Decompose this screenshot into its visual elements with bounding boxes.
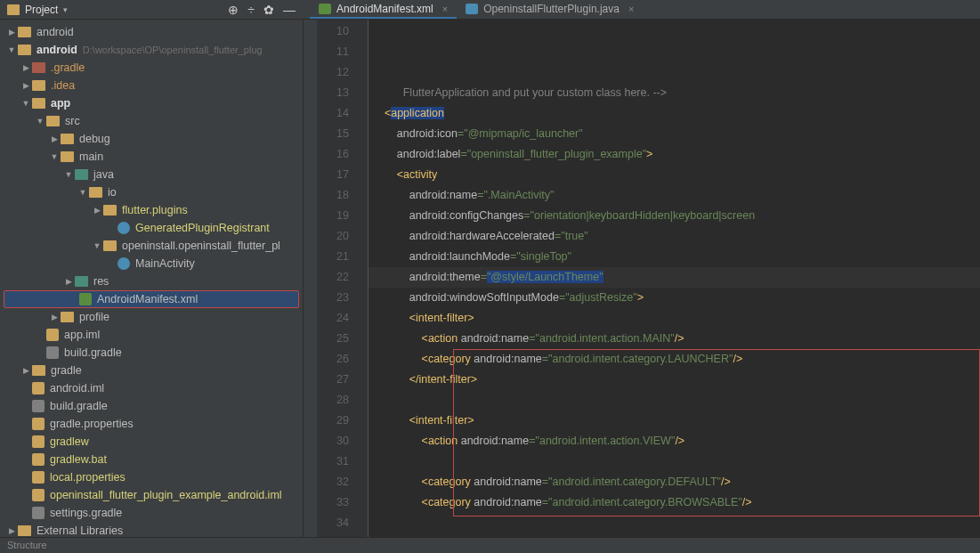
line-number: 20 <box>317 226 349 247</box>
tree-node[interactable]: ▶debug <box>0 130 303 148</box>
code-line[interactable]: <intent-filter> <box>369 308 980 329</box>
code-line[interactable]: <application <box>369 103 980 124</box>
expand-arrow-icon[interactable]: ▼ <box>62 170 75 179</box>
tree-node[interactable]: ▶MainActivity <box>0 255 303 272</box>
tree-node[interactable]: ▼app <box>0 94 303 112</box>
line-number: 26 <box>317 349 349 370</box>
folder-icon <box>103 240 117 251</box>
tree-node[interactable]: ▶gradlew <box>0 433 303 451</box>
tree-node[interactable]: ▶local.properties <box>0 468 303 486</box>
expand-arrow-icon[interactable]: ▼ <box>91 241 103 250</box>
tree-node[interactable]: ▼androidD:\workspace\OP\openinstall_flut… <box>0 41 303 59</box>
tree-node[interactable]: ▶.idea <box>0 77 303 94</box>
code-line[interactable]: <data android:scheme="uxxxxn"/> <box>369 533 980 537</box>
project-header[interactable]: Project ▾ ⊕ ÷ ✿ — <box>0 0 303 19</box>
tree-node[interactable]: ▼io <box>0 183 303 201</box>
code-editor[interactable]: 1011121314151617181920212223242526272829… <box>317 20 980 537</box>
gradle-icon <box>46 346 59 359</box>
code-line[interactable]: </intent-filter> <box>369 370 980 390</box>
tree-node[interactable]: ▼java <box>0 166 303 183</box>
tree-node[interactable]: ▼openinstall.openinstall_flutter_pl <box>0 237 303 255</box>
expand-arrow-icon[interactable]: ▶ <box>20 63 32 72</box>
code-line[interactable]: android:label="openinstall_flutter_plugi… <box>369 144 980 165</box>
code-line[interactable]: <action android:name="android.intent.act… <box>369 329 980 349</box>
tree-node[interactable]: ▶.gradle <box>0 59 303 77</box>
expand-arrow-icon[interactable]: ▶ <box>62 277 75 286</box>
file-icon <box>46 329 59 341</box>
expand-arrow-icon[interactable]: ▼ <box>77 188 89 197</box>
chevron-down-icon[interactable]: ▾ <box>63 5 68 14</box>
tree-node[interactable]: ▶android.iml <box>0 379 303 397</box>
code-line[interactable]: <category android:name="android.intent.c… <box>369 472 980 492</box>
tree-node[interactable]: ▶build.gradle <box>0 397 303 415</box>
tree-node[interactable]: ▼src <box>0 112 303 130</box>
close-icon[interactable]: × <box>628 4 634 14</box>
expand-arrow-icon[interactable]: ▼ <box>48 152 61 161</box>
collapse-icon[interactable]: — <box>283 3 296 17</box>
line-number: 31 <box>317 451 349 472</box>
tree-node[interactable]: ▶AndroidManifest.xml <box>4 290 299 308</box>
expand-arrow-icon[interactable]: ▶ <box>5 526 18 535</box>
expand-arrow-icon[interactable]: ▶ <box>20 366 32 375</box>
folder-icon <box>89 187 102 198</box>
editor-tab[interactable]: AndroidManifest.xml× <box>310 0 457 19</box>
tree-label: gradlew.bat <box>50 453 107 466</box>
line-number: 21 <box>317 247 349 267</box>
code-line[interactable]: <activity <box>369 165 980 185</box>
expand-arrow-icon[interactable]: ▼ <box>34 117 46 126</box>
code-area[interactable]: FlutterApplication and put your custom c… <box>369 20 980 537</box>
code-line[interactable]: android:icon="@mipmap/ic_launcher" <box>369 124 980 144</box>
tree-node[interactable]: ▶android <box>0 23 303 41</box>
tree-node[interactable]: ▶gradlew.bat <box>0 451 303 468</box>
tree-path: D:\workspace\OP\openinstall_flutter_plug <box>83 45 263 55</box>
gear-icon[interactable]: ✿ <box>263 3 274 17</box>
code-line[interactable] <box>369 390 980 411</box>
tree-node[interactable]: ▶gradle <box>0 362 303 379</box>
project-tree[interactable]: ▶android▼androidD:\workspace\OP\openinst… <box>0 20 303 537</box>
tree-node[interactable]: ▶flutter.plugins <box>0 201 303 219</box>
code-line[interactable]: <category android:name="android.intent.c… <box>369 349 980 370</box>
close-icon[interactable]: × <box>442 4 448 14</box>
tree-node[interactable]: ▶build.gradle <box>0 344 303 362</box>
code-line[interactable]: android:theme="@style/LaunchTheme" <box>369 267 980 288</box>
tree-node[interactable]: ▶settings.gradle <box>0 504 303 522</box>
code-line[interactable] <box>369 451 980 472</box>
tree-node[interactable]: ▶res <box>0 272 303 290</box>
project-icon <box>7 4 20 15</box>
tree-label: android.iml <box>50 382 104 394</box>
expand-arrow-icon[interactable]: ▶ <box>20 81 32 90</box>
code-line[interactable]: <intent-filter> <box>369 411 980 431</box>
expand-arrow-icon[interactable]: ▶ <box>91 206 103 215</box>
tree-node[interactable]: ▶GeneratedPluginRegistrant <box>0 219 303 237</box>
expand-arrow-icon[interactable]: ▶ <box>5 28 18 37</box>
fold-gutter[interactable] <box>356 20 369 537</box>
tree-node[interactable]: ▶profile <box>0 308 303 326</box>
code-line[interactable]: FlutterApplication and put your custom c… <box>369 83 980 103</box>
tree-node[interactable]: ▶gradle.properties <box>0 415 303 433</box>
tree-node[interactable]: ▼main <box>0 148 303 166</box>
tree-node[interactable]: ▶openinstall_flutter_plugin_example_andr… <box>0 486 303 504</box>
tree-label: app <box>51 97 70 110</box>
tree-label: flutter.plugins <box>122 204 188 216</box>
expand-arrow-icon[interactable]: ▼ <box>5 45 18 54</box>
code-line[interactable]: android:hardwareAccelerated="true" <box>369 226 980 247</box>
target-icon[interactable]: ⊕ <box>228 3 239 17</box>
code-line[interactable]: android:name=".MainActivity" <box>369 185 980 206</box>
editor-tab[interactable]: OpeninstallFlutterPlugin.java× <box>457 0 643 19</box>
tree-node[interactable]: ▶app.iml <box>0 326 303 344</box>
structure-label[interactable]: Structure <box>7 540 47 550</box>
code-line[interactable]: android:windowSoftInputMode="adjustResiz… <box>369 288 980 308</box>
tree-node[interactable]: ▶External Libraries <box>0 522 303 537</box>
code-line[interactable]: android:launchMode="singleTop" <box>369 247 980 267</box>
expand-arrow-icon[interactable]: ▼ <box>20 99 32 108</box>
expand-arrow-icon[interactable]: ▶ <box>48 313 61 321</box>
code-line[interactable]: <action android:name="android.intent.act… <box>369 431 980 451</box>
file-icon <box>32 382 45 394</box>
expand-arrow-icon[interactable]: ▶ <box>48 134 61 143</box>
code-line[interactable] <box>369 513 980 533</box>
folder-icon <box>75 276 88 287</box>
code-line[interactable]: android:configChanges="orientation|keybo… <box>369 206 980 226</box>
divider-icon[interactable]: ÷ <box>247 3 255 17</box>
tree-label: openinstall_flutter_plugin_example_andro… <box>50 489 282 501</box>
code-line[interactable]: <category android:name="android.intent.c… <box>369 492 980 513</box>
